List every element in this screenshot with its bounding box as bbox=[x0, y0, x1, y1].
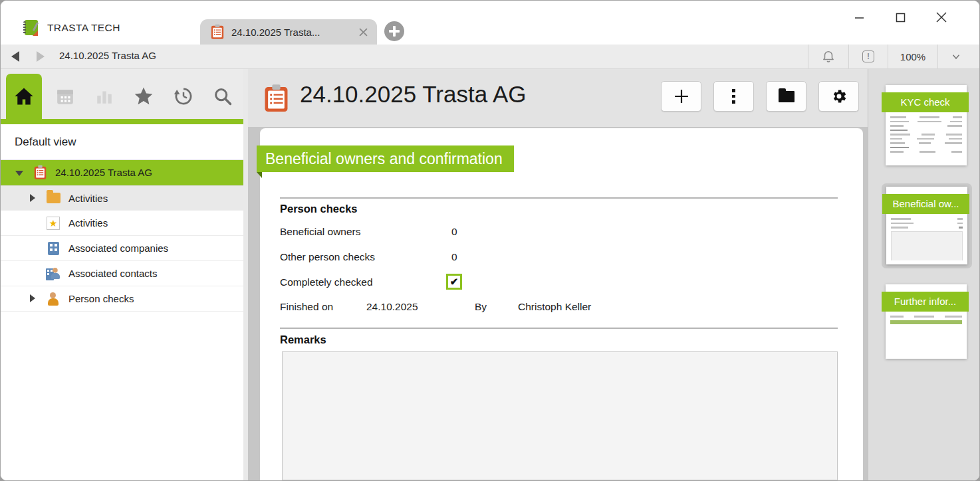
folder-icon bbox=[779, 91, 795, 102]
tree-item-label: Person checks bbox=[68, 293, 134, 304]
field-value: 0 bbox=[451, 226, 457, 238]
tree-item-associated-companies[interactable]: Associated companies bbox=[1, 236, 243, 261]
titlebar: TRASTA TECH 24.10.2025 Trasta... bbox=[1, 1, 979, 45]
clipboard-icon bbox=[264, 84, 289, 113]
record-header: 24.10.2025 Trasta AG bbox=[248, 69, 869, 127]
home-icon bbox=[14, 87, 34, 106]
sidebar-splitter[interactable] bbox=[243, 69, 248, 480]
bell-icon bbox=[821, 49, 836, 64]
folder-button[interactable] bbox=[766, 81, 806, 112]
expand-icon[interactable] bbox=[30, 194, 35, 202]
tree-item-label: Activities bbox=[68, 193, 108, 204]
sidebar: Default view 24.10.2025 Trasta AG Activi… bbox=[1, 69, 243, 480]
star-icon bbox=[133, 86, 154, 107]
alerts-button[interactable]: ! bbox=[848, 45, 888, 68]
remarks-input[interactable] bbox=[282, 351, 838, 480]
thumbnail-kyc-check[interactable]: KYC check bbox=[886, 85, 967, 165]
alert-icon: ! bbox=[862, 50, 874, 62]
main-panel: 24.10.2025 Trasta AG Beneficial owners a… bbox=[248, 69, 869, 480]
tree-item-associated-contacts[interactable]: Associated contacts bbox=[1, 261, 243, 286]
doc-tab-label: 24.10.2025 Trasta... bbox=[231, 27, 351, 38]
ellipsis-icon bbox=[732, 89, 735, 104]
tree-item-activities-folder[interactable]: Activities bbox=[1, 185, 243, 211]
chevron-down-icon bbox=[950, 50, 962, 62]
remarks-heading: Remarks bbox=[280, 334, 326, 346]
field-label: By bbox=[475, 301, 487, 313]
zoom-control[interactable]: 100% bbox=[888, 45, 937, 68]
contacts-icon bbox=[46, 266, 61, 281]
settings-button[interactable] bbox=[818, 81, 859, 112]
expand-icon[interactable] bbox=[30, 294, 35, 302]
maximize-button[interactable] bbox=[880, 6, 921, 29]
notifications-button[interactable] bbox=[808, 45, 848, 68]
field-label: Beneficial owners bbox=[280, 226, 360, 238]
collapse-icon[interactable] bbox=[15, 171, 23, 176]
tree-item-label: 24.10.2025 Trasta AG bbox=[55, 167, 152, 178]
zoom-level: 100% bbox=[900, 51, 925, 62]
sidebar-accent-bar bbox=[1, 119, 243, 124]
completely-checked-checkbox[interactable] bbox=[446, 274, 462, 290]
divider bbox=[280, 197, 838, 199]
tree-item-record[interactable]: 24.10.2025 Trasta AG bbox=[1, 160, 243, 185]
person-icon bbox=[46, 292, 61, 306]
sidebar-tab-home[interactable] bbox=[6, 74, 42, 119]
navigation-bar: 24.10.2025 Trasta AG ! 100% bbox=[1, 45, 979, 69]
back-icon[interactable] bbox=[11, 51, 19, 62]
record-title: 24.10.2025 Trasta AG bbox=[300, 81, 527, 108]
companies-icon bbox=[46, 241, 61, 256]
sidebar-tab-charts[interactable] bbox=[93, 85, 116, 108]
thumbnail-preview bbox=[890, 116, 962, 161]
calendar-icon bbox=[56, 87, 74, 106]
tree-item-label: Associated contacts bbox=[68, 268, 157, 279]
close-button[interactable] bbox=[921, 6, 962, 29]
record-body: Beneficial owners and confirmation Perso… bbox=[248, 127, 869, 480]
view-label: Default view bbox=[1, 124, 243, 160]
navigation-tree: 24.10.2025 Trasta AG Activities ★ Activi… bbox=[1, 160, 243, 312]
thumbnail-further-information[interactable]: Further infor... bbox=[886, 284, 967, 359]
tree-item-label: Associated companies bbox=[68, 242, 168, 254]
field-label: Completely checked bbox=[280, 276, 373, 288]
breadcrumb: 24.10.2025 Trasta AG bbox=[59, 50, 156, 61]
section-banner: Beneficial owners and confirmation bbox=[257, 145, 514, 172]
expand-button[interactable] bbox=[937, 45, 974, 68]
search-icon bbox=[213, 86, 233, 106]
sidebar-tab-favorites[interactable] bbox=[132, 85, 155, 108]
sidebar-icon-strip bbox=[1, 69, 243, 119]
sidebar-tab-search[interactable] bbox=[211, 85, 234, 108]
new-tab-button[interactable] bbox=[384, 21, 404, 41]
app-window: TRASTA TECH 24.10.2025 Trasta... bbox=[0, 0, 980, 481]
app-tab[interactable]: TRASTA TECH bbox=[22, 19, 120, 36]
sidebar-tab-calendar[interactable] bbox=[54, 85, 76, 108]
thumbnail-preview bbox=[891, 218, 963, 260]
finished-date: 24.10.2025 bbox=[366, 301, 418, 313]
minimize-button[interactable] bbox=[838, 6, 880, 29]
add-button[interactable] bbox=[661, 81, 701, 112]
doc-tab[interactable]: 24.10.2025 Trasta... bbox=[200, 19, 377, 45]
field-value: 0 bbox=[451, 251, 457, 263]
navbar-tools: ! 100% bbox=[808, 45, 974, 68]
more-button[interactable] bbox=[713, 81, 754, 112]
thumbnail-beneficial-owners[interactable]: Beneficial ow... bbox=[886, 187, 967, 264]
bar-chart-icon bbox=[95, 87, 114, 106]
tab-close-icon[interactable] bbox=[358, 27, 368, 37]
folder-icon bbox=[46, 191, 61, 205]
finished-by: Christoph Keller bbox=[518, 301, 591, 313]
section-thumbnails-panel: KYC check Beneficial ow... bbox=[868, 69, 979, 480]
thumbnail-preview bbox=[890, 316, 962, 355]
field-label: Finished on bbox=[280, 301, 333, 313]
plus-icon bbox=[673, 88, 690, 105]
forward-icon[interactable] bbox=[37, 51, 45, 62]
sidebar-tab-history[interactable] bbox=[172, 85, 195, 108]
record-toolbar bbox=[661, 81, 859, 112]
group-heading: Person checks bbox=[280, 203, 357, 215]
tree-item-activities[interactable]: ★ Activities bbox=[1, 211, 243, 236]
history-icon bbox=[173, 86, 194, 107]
divider bbox=[280, 328, 838, 329]
star-badge-icon: ★ bbox=[46, 216, 61, 231]
field-label: Other person checks bbox=[280, 251, 375, 263]
app-tab-label: TRASTA TECH bbox=[47, 22, 120, 34]
thumbnail-selected-frame: Beneficial ow... bbox=[882, 183, 972, 268]
form-page: Person checks Beneficial owners 0 Other … bbox=[260, 128, 863, 480]
tree-item-person-checks[interactable]: Person checks bbox=[1, 286, 243, 312]
clipboard-icon bbox=[33, 165, 47, 180]
